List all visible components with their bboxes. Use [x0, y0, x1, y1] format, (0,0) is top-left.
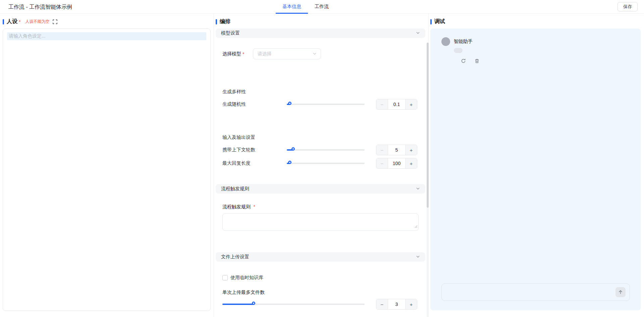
- persona-placeholder: 请输入角色设定...: [7, 32, 206, 40]
- decrement-button[interactable]: −: [376, 158, 388, 168]
- message-loading-skeleton: [454, 48, 463, 53]
- trigger-rules-textarea-wrap: [222, 213, 419, 231]
- max-reply-length-stepper: − 100 +: [376, 158, 417, 169]
- file-upload-label: 文件上传设置: [221, 254, 249, 260]
- max-reply-length-value[interactable]: 100: [388, 158, 405, 168]
- tab-basic-info[interactable]: 基本信息: [276, 0, 308, 14]
- message-actions: [461, 58, 630, 63]
- orchestration-scroll-area: 模型设置 选择模型 * 请选择: [216, 29, 429, 317]
- model-select-placeholder: 请选择: [257, 51, 271, 57]
- model-settings-label: 模型设置: [221, 30, 240, 36]
- slider-handle[interactable]: [288, 161, 291, 164]
- trigger-rules-textarea[interactable]: [222, 213, 419, 231]
- max-files-stepper: − 3 +: [376, 299, 417, 310]
- debug-panel: 调试 智能助手: [430, 14, 641, 317]
- trigger-rules-field-label-row: 流程触发规则 *: [222, 204, 419, 210]
- required-asterisk: *: [243, 51, 244, 57]
- resize-handle-icon[interactable]: [414, 223, 418, 229]
- context-rounds-label: 携带上下文轮数: [222, 147, 287, 153]
- max-files-row: − 3 +: [222, 301, 417, 308]
- required-asterisk: *: [253, 204, 255, 209]
- refresh-icon[interactable]: [461, 58, 466, 63]
- max-reply-length-slider[interactable]: [287, 160, 365, 167]
- context-rounds-row: 携带上下文轮数 − 5 +: [222, 147, 417, 153]
- increment-button[interactable]: +: [405, 145, 417, 155]
- io-settings-card: 输入及输出设置 携带上下文轮数 − 5 +: [216, 125, 425, 179]
- persona-title: 人设: [7, 18, 17, 25]
- diversity-heading: 生成多样性: [222, 89, 417, 95]
- persona-header: 人设 * 人设不能为空: [3, 18, 211, 25]
- temp-knowledge-label: 使用临时知识库: [230, 275, 263, 281]
- assistant-name: 智能助手: [454, 39, 473, 45]
- slider-fill: [222, 304, 254, 305]
- trash-icon[interactable]: [475, 58, 479, 63]
- slider-handle[interactable]: [291, 147, 295, 151]
- slider-track[interactable]: [287, 104, 365, 105]
- arrow-up-icon: [618, 289, 623, 295]
- scrollbar-thumb[interactable]: [427, 43, 429, 208]
- max-reply-length-row: 最大回复长度 − 100 +: [222, 160, 417, 167]
- orchestration-header: 编排: [216, 18, 429, 25]
- increment-button[interactable]: +: [405, 299, 417, 309]
- model-select-card: 选择模型 * 请选择: [216, 39, 425, 75]
- tab-workflow[interactable]: 工作流: [308, 0, 335, 14]
- slider-handle[interactable]: [288, 102, 291, 105]
- workflow-agent-page: 工作流 - 工作流智能体示例 基本信息 工作流 保存 人设 * 人设不能为空 请…: [0, 0, 644, 317]
- tab-bar: 基本信息 工作流: [276, 0, 335, 14]
- randomness-slider[interactable]: [287, 101, 365, 108]
- avatar: [441, 37, 450, 46]
- divider-left-middle: [214, 14, 214, 317]
- chevron-down-icon[interactable]: [416, 31, 420, 36]
- trigger-rules-card: 流程触发规则 *: [216, 197, 425, 246]
- slider-track[interactable]: [287, 149, 365, 151]
- trigger-rules-field-label: 流程触发规则: [222, 204, 251, 209]
- randomness-value[interactable]: 0.1: [388, 99, 405, 109]
- collapse-header-file-upload[interactable]: 文件上传设置: [216, 252, 425, 262]
- temp-knowledge-checkbox-row[interactable]: 使用临时知识库: [222, 275, 417, 281]
- diversity-card: 生成多样性 生成随机性 − 0.1 +: [216, 83, 425, 118]
- max-files-slider[interactable]: [222, 301, 365, 308]
- model-select-label: 选择模型: [222, 51, 241, 57]
- trigger-rules-label: 流程触发规则: [221, 186, 249, 192]
- slider-handle[interactable]: [252, 302, 255, 305]
- context-rounds-slider[interactable]: [287, 147, 365, 153]
- debug-header: 调试: [430, 18, 641, 25]
- persona-error-message: 人设不能为空: [25, 19, 49, 24]
- context-rounds-stepper: − 5 +: [376, 145, 417, 155]
- chevron-down-icon: [313, 51, 317, 57]
- model-select-dropdown[interactable]: 请选择: [253, 48, 321, 59]
- save-button[interactable]: 保存: [618, 2, 638, 11]
- decrement-button[interactable]: −: [376, 99, 388, 109]
- fullscreen-expand-icon[interactable]: [53, 19, 57, 24]
- max-files-value[interactable]: 3: [388, 299, 405, 309]
- increment-button[interactable]: +: [405, 99, 417, 109]
- model-select-row: 选择模型 * 请选择: [222, 48, 419, 59]
- randomness-stepper: − 0.1 +: [376, 99, 417, 110]
- send-button[interactable]: [615, 287, 626, 297]
- chat-input[interactable]: [441, 283, 630, 301]
- orchestration-title: 编排: [220, 18, 230, 25]
- persona-textarea[interactable]: 请输入角色设定...: [3, 29, 211, 311]
- randomness-row: 生成随机性 − 0.1 +: [222, 101, 417, 108]
- checkbox-unchecked-icon[interactable]: [222, 275, 228, 280]
- chat-area: 智能助手: [430, 29, 641, 310]
- chevron-down-icon[interactable]: [416, 254, 420, 260]
- context-rounds-value[interactable]: 5: [388, 145, 405, 155]
- decrement-button[interactable]: −: [376, 145, 388, 155]
- orchestration-content: 模型设置 选择模型 * 请选择: [216, 29, 425, 317]
- required-asterisk: *: [19, 19, 20, 24]
- slider-track[interactable]: [287, 163, 365, 164]
- assistant-message-header: 智能助手: [441, 37, 630, 46]
- accent-bar: [3, 19, 4, 24]
- debug-title: 调试: [434, 18, 445, 25]
- decrement-button[interactable]: −: [376, 299, 388, 309]
- increment-button[interactable]: +: [405, 158, 417, 168]
- persona-panel: 人设 * 人设不能为空 请输入角色设定...: [3, 14, 211, 317]
- randomness-label: 生成随机性: [222, 101, 287, 107]
- accent-bar: [216, 19, 217, 24]
- io-heading: 输入及输出设置: [222, 135, 417, 141]
- scrollbar[interactable]: [427, 43, 429, 317]
- collapse-header-model-settings[interactable]: 模型设置: [216, 29, 425, 38]
- collapse-header-trigger-rules[interactable]: 流程触发规则: [216, 184, 425, 194]
- chevron-down-icon[interactable]: [416, 186, 420, 192]
